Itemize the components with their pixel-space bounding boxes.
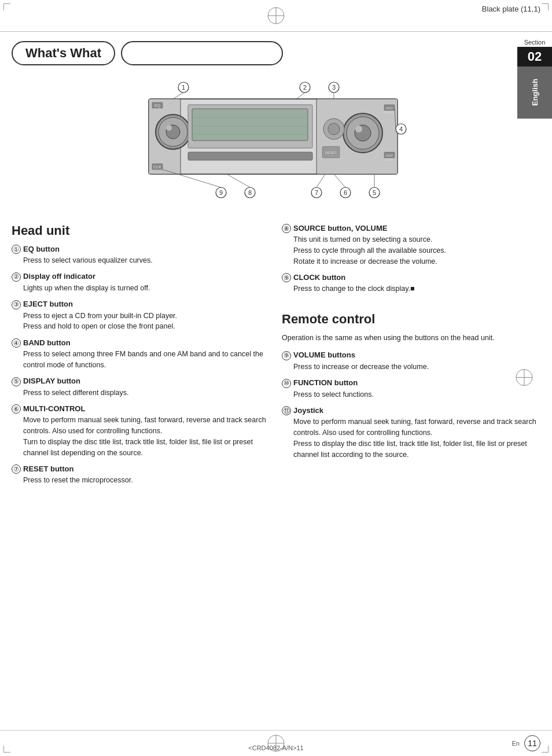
svg-rect-14 [192,109,308,141]
svg-rect-18 [188,152,312,160]
svg-text:5: 5 [373,189,376,196]
svg-line-57 [227,174,250,187]
item-clock-label: CLOCK button [293,273,345,282]
footer-en-label: En [512,740,520,747]
item-band-number: ④ [12,338,21,348]
item-band-desc: Press to select among three FM bands and… [23,349,270,371]
item-display-off: ② Display off indicator Lights up when t… [12,272,270,294]
main-content: Head unit ① EQ button Press to select va… [0,217,552,503]
item-eq-button: ① EQ button Press to select various equa… [12,244,270,266]
item-func-label: FUNCTION button [293,378,358,387]
section-number: 02 [517,47,552,67]
head-unit-title: Head unit [12,223,270,238]
black-plate-label: Black plate (11,1) [482,5,540,13]
remote-control-title: Remote control [282,312,540,327]
svg-line-39 [296,93,305,99]
item-display-off-desc: Lights up when the display is turned off… [23,283,270,294]
item-vol-number: ⑨ [282,351,291,360]
item-display: ⑤ DISPLAY button Press to select differe… [12,377,270,399]
diagram-wrapper: EQ CLK DISC BAND D [126,77,426,212]
svg-text:1: 1 [182,84,185,91]
svg-text:CTRL: CTRL [385,158,393,161]
item-band-label: BAND button [23,338,71,347]
svg-line-54 [317,174,325,187]
svg-text:6: 6 [344,189,347,196]
item-clock: ⑨ CLOCK button Press to change to the cl… [282,272,540,294]
corner-mark-bl [3,746,10,753]
item-multi: ⑥ MULTI-CONTROL Move to perform manual s… [12,404,270,458]
item-eject-label: EJECT button [23,300,73,308]
section-label: Section [517,38,552,47]
item-eject: ③ EJECT button Press to eject a CD from … [12,300,270,333]
item-eq-label: EQ button [23,245,60,253]
item-eject-desc: Press to eject a CD from your built-in C… [23,311,270,333]
svg-text:CLK: CLK [153,165,161,169]
item-reset-number: ⑦ [12,464,21,474]
item-multi-label: MULTI-CONTROL [23,404,85,413]
item-eq-desc: Press to select various equalizer curves… [23,255,270,266]
item-multi-desc: Move to perform manual seek tuning, fast… [23,415,270,458]
item-display-label: DISPLAY button [23,377,80,385]
svg-text:9: 9 [219,189,223,196]
item-func-desc: Press to select functions. [293,389,540,400]
svg-line-36 [173,93,183,99]
svg-text:DISC: DISC [385,106,393,110]
item-eq-number: ① [12,245,21,254]
item-source-desc: This unit is turned on by selecting a so… [293,234,540,267]
svg-point-23 [355,126,362,132]
item-clock-number: ⑨ [282,273,291,282]
item-source-number: ⑧ [282,224,291,233]
right-column: ⑧ SOURCE button, VOLUME This unit is tur… [282,223,540,492]
remote-intro: Operation is the same as when using the … [282,333,540,344]
svg-point-8 [166,125,172,131]
item-band: ④ BAND button Press to select among thre… [12,338,270,371]
corner-mark-tl [3,3,10,10]
whats-what-pill: What's What [12,41,115,65]
right-crosshair [514,367,535,388]
item-display-desc: Press to select different displays. [23,388,270,399]
item-reset-label: RESET button [23,464,73,473]
corner-mark-tr [542,3,549,10]
diagram-container: EQ CLK DISC BAND D [0,71,552,217]
item-display-number: ⑤ [12,377,21,386]
left-column: Head unit ① EQ button Press to select va… [12,223,270,492]
footer-page-number: 11 [524,735,540,751]
item-eject-number: ③ [12,300,21,309]
svg-text:4: 4 [399,126,403,132]
item-source-label: SOURCE button, VOLUME [293,224,388,233]
svg-text:DISP: DISP [386,154,393,157]
device-diagram-svg: EQ CLK DISC BAND D [126,77,426,210]
item-vol-desc: Press to increase or decrease the volume… [293,362,540,373]
svg-line-51 [334,174,345,187]
whats-what-container: What's What [0,32,552,71]
svg-text:RESET: RESET [325,151,337,154]
footer-page-area: En 11 [512,735,540,751]
item-function-button: ⑩ FUNCTION button Press to select functi… [282,378,540,400]
svg-text:8: 8 [248,189,252,196]
item-joystick: ⑪ Joystick Move to perform manual seek t… [282,405,540,460]
item-joy-label: Joystick [293,406,323,415]
svg-text:2: 2 [303,84,307,91]
item-display-off-number: ② [12,272,21,282]
corner-mark-br [542,746,549,753]
item-func-number: ⑩ [282,379,291,388]
item-multi-number: ⑥ [12,404,21,414]
svg-point-33 [328,123,340,135]
header-crosshair [266,5,286,26]
item-joy-number: ⑪ [282,406,291,415]
footer-code-text: <CRD4082-A/N>11 [248,744,303,751]
item-volume-buttons: ⑨ VOLUME buttons Press to increase or de… [282,351,540,373]
item-joy-desc: Move to perform manual seek tuning, fast… [293,416,540,460]
item-display-off-label: Display off indicator [23,272,95,281]
item-source: ⑧ SOURCE button, VOLUME This unit is tur… [282,223,540,267]
svg-text:EQ: EQ [154,104,161,108]
item-clock-desc: Press to change to the clock display.■ [293,283,540,294]
footer: <CRD4082-A/N>11 En 11 [0,730,552,756]
svg-text:BAND: BAND [385,110,393,114]
item-reset-desc: Press to reset the microprocessor. [23,475,270,486]
item-reset: ⑦ RESET button Press to reset the microp… [12,464,270,486]
item-vol-label: VOLUME buttons [293,351,355,359]
svg-text:3: 3 [332,84,336,91]
svg-text:7: 7 [315,189,318,196]
whats-what-oval [121,41,283,65]
